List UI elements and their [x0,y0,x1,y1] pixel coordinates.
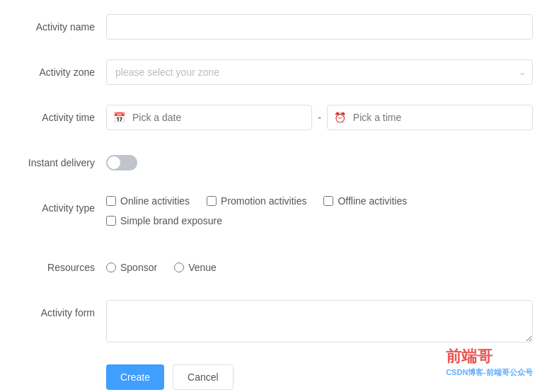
checkbox-online[interactable]: Online activities [106,195,190,207]
activity-time-label: Activity time [7,105,106,130]
resources-label: Resources [7,255,106,280]
resources-control: Sponsor Venue [106,255,533,280]
time-picker-input[interactable] [327,105,533,130]
activity-form-label: Activity form [7,300,106,325]
activity-name-row: Activity name [7,14,533,40]
activity-zone-label: Activity zone [7,59,106,85]
datetime-separator: - [318,105,321,130]
radio-sponsor-input[interactable] [106,263,116,272]
checkbox-online-input[interactable] [106,196,116,206]
form-container: Activity name Activity zone please selec… [7,14,533,390]
activity-form-textarea[interactable] [106,300,533,342]
activity-time-row: Activity time 📅 - ⏰ [7,105,533,130]
activity-name-control [106,14,533,40]
activity-type-row: Activity type Online activities Promotio… [7,195,533,235]
time-input-wrapper: ⏰ [327,105,533,130]
activity-zone-select[interactable]: please select your zone [106,59,533,85]
toggle-wrapper [106,150,533,175]
instant-delivery-toggle[interactable] [106,155,137,171]
radio-venue-label: Venue [188,262,217,273]
date-picker-input[interactable] [106,105,312,130]
instant-delivery-control [106,150,533,175]
button-row: Create Cancel [106,364,533,390]
resources-radio-group: Sponsor Venue [106,255,533,280]
radio-sponsor[interactable]: Sponsor [106,262,157,273]
instant-delivery-label: Instant delivery [7,150,106,175]
activity-type-row-2: Simple brand exposure [106,215,533,226]
checkbox-brand[interactable]: Simple brand exposure [106,215,222,226]
checkbox-promotion[interactable]: Promotion activities [207,195,306,207]
activity-time-control: 📅 - ⏰ [106,105,533,130]
activity-form-control [106,300,533,345]
activity-type-control: Online activities Promotion activities O… [106,195,533,235]
activity-name-input[interactable] [106,14,533,40]
checkbox-offline-label: Offline activities [338,195,407,207]
resources-row: Resources Sponsor Venue [7,255,533,280]
checkbox-brand-input[interactable] [106,216,116,226]
toggle-slider [106,155,137,171]
datetime-wrapper: 📅 - ⏰ [106,105,533,130]
checkbox-offline[interactable]: Offline activities [323,195,407,207]
activity-zone-control: please select your zone ⌄ [106,59,533,85]
checkbox-promotion-label: Promotion activities [221,195,306,207]
checkbox-online-label: Online activities [120,195,190,207]
activity-form-row: Activity form [7,300,533,345]
activity-type-label: Activity type [7,195,106,221]
radio-venue-input[interactable] [174,263,184,272]
checkbox-brand-label: Simple brand exposure [120,215,222,226]
activity-type-row-1: Online activities Promotion activities O… [106,195,533,207]
cancel-button[interactable]: Cancel [173,364,234,390]
checkbox-promotion-input[interactable] [207,196,217,206]
create-button[interactable]: Create [106,364,164,390]
radio-sponsor-label: Sponsor [120,262,157,273]
activity-zone-select-wrapper: please select your zone ⌄ [106,59,533,85]
date-input-wrapper: 📅 [106,105,312,130]
activity-zone-row: Activity zone please select your zone ⌄ [7,59,533,85]
instant-delivery-row: Instant delivery [7,150,533,175]
activity-type-checkbox-group: Online activities Promotion activities O… [106,195,533,235]
checkbox-offline-input[interactable] [323,196,333,206]
activity-name-label: Activity name [7,14,106,40]
radio-venue[interactable]: Venue [174,262,217,273]
